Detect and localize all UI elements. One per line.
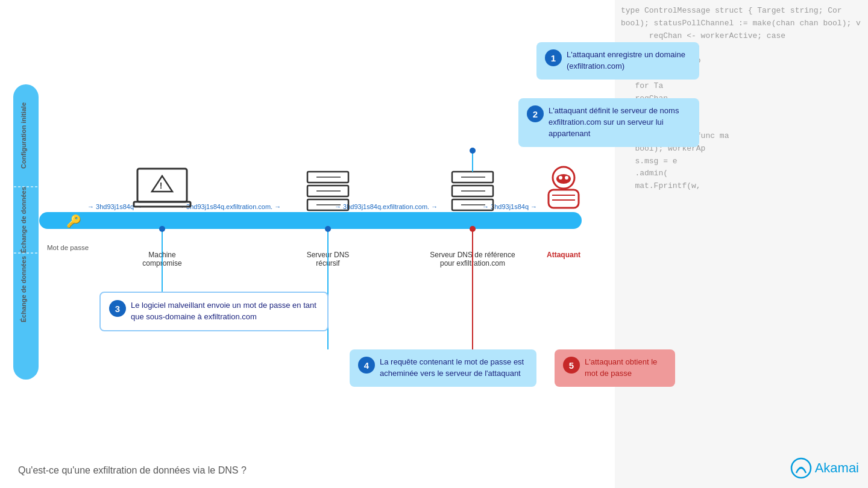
svg-text:Serveur DNS: Serveur DNS [307, 251, 350, 259]
callout-text-4: La requête contenant le mot de passe est… [380, 357, 528, 380]
svg-text:→ 3hd93j1s84q.exfiltration.com: → 3hd93j1s84q.exfiltration.com. → [178, 203, 281, 210]
svg-point-41 [470, 226, 476, 232]
callout-text-1: L'attaquant enregistre un domaine (exfil… [567, 49, 691, 72]
callout-4: 4 La requête contenant le mot de passe e… [350, 349, 536, 387]
callout-2: 2 L'attaquant définit le serveur de noms… [518, 98, 699, 147]
svg-point-45 [556, 174, 571, 184]
svg-point-44 [553, 167, 574, 189]
svg-text:Attaquant: Attaquant [547, 251, 580, 259]
svg-rect-48 [549, 190, 579, 208]
callout-3: 3 Le logiciel malveillant envoie un mot … [99, 292, 329, 331]
svg-text:compromise: compromise [142, 259, 182, 267]
akamai-icon [790, 457, 812, 479]
svg-rect-6 [39, 212, 582, 229]
akamai-label: Akamai [815, 460, 859, 476]
svg-point-46 [559, 176, 562, 180]
svg-rect-0 [13, 84, 39, 380]
svg-rect-26 [307, 199, 348, 210]
svg-rect-24 [307, 186, 348, 196]
svg-text:Échange de données: Échange de données [20, 256, 27, 322]
svg-marker-14 [152, 176, 172, 192]
svg-rect-22 [307, 172, 348, 183]
svg-text:Échange de données: Échange de données [20, 187, 27, 253]
svg-text:→ 3hd93j1s84q →: → 3hd93j1s84q → [482, 203, 537, 210]
svg-point-31 [325, 226, 331, 232]
svg-rect-13 [137, 169, 187, 202]
callout-1: 1 L'attaquant enregistre un domaine (exf… [536, 42, 699, 80]
svg-text:Serveur DNS de référence: Serveur DNS de référence [430, 251, 515, 259]
svg-text:Machine: Machine [148, 251, 176, 259]
callout-number-3: 3 [109, 300, 126, 317]
svg-rect-32 [452, 172, 493, 183]
svg-rect-34 [452, 186, 493, 196]
svg-text:récursif: récursif [316, 259, 340, 267]
akamai-logo: Akamai [790, 457, 859, 479]
svg-text:🔑: 🔑 [66, 214, 81, 228]
callout-5: 5 L'attaquant obtient le mot de passe [555, 349, 675, 387]
svg-text:→ 3hd93j1s84q →: → 3hd93j1s84q → [87, 203, 142, 210]
svg-rect-36 [452, 199, 493, 210]
svg-point-21 [159, 226, 165, 232]
svg-point-47 [565, 176, 568, 180]
callout-number-2: 2 [527, 105, 544, 122]
svg-rect-16 [134, 202, 190, 207]
svg-text:pour exfiltration.com: pour exfiltration.com [440, 259, 505, 267]
callout-number-4: 4 [358, 357, 375, 374]
callout-text-2: L'attaquant définit le serveur de noms e… [549, 105, 691, 140]
svg-point-43 [470, 148, 476, 154]
svg-text:→ 3hd93j1s84q.exfiltration.com: → 3hd93j1s84q.exfiltration.com. → [335, 203, 438, 210]
svg-text:Configuration initiale: Configuration initiale [20, 102, 27, 169]
callout-number-5: 5 [563, 357, 580, 374]
bottom-title: Qu'est-ce qu'une exfiltration de données… [18, 465, 247, 476]
callout-text-3: Le logiciel malveillant envoie un mot de… [131, 300, 319, 323]
callout-text-5: L'attaquant obtient le mot de passe [585, 357, 667, 380]
callout-number-1: 1 [545, 49, 562, 66]
svg-text:!: ! [160, 181, 163, 190]
svg-text:Mot de passe: Mot de passe [47, 244, 89, 251]
